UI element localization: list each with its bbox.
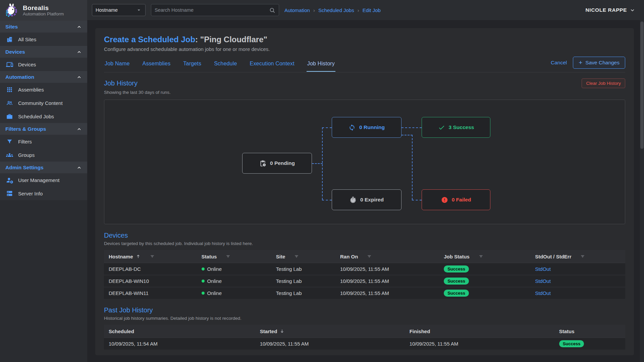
sidebar-item-all-sites[interactable]: All Sites xyxy=(0,33,87,46)
search-field-value: Hostname xyxy=(96,7,118,13)
column-header-job-status[interactable]: Job Status xyxy=(439,254,530,259)
pending-actions-icon xyxy=(259,160,266,167)
sidebar-section-filters-groups[interactable]: Filters & Groups xyxy=(0,123,87,135)
filter-list-icon[interactable] xyxy=(367,254,372,259)
section-label: Admin Settings xyxy=(5,165,44,171)
sidebar-item-filters[interactable]: Filters xyxy=(0,135,87,148)
search-input[interactable] xyxy=(155,7,269,13)
column-label: Site xyxy=(276,254,285,259)
clear-job-history-button[interactable]: Clear Job History xyxy=(582,78,625,88)
column-label: StdOut / StdErr xyxy=(535,254,571,259)
cancel-button[interactable]: Cancel xyxy=(551,60,567,66)
sidebar-item-label: Server Info xyxy=(18,191,43,196)
connector-line xyxy=(322,200,332,200)
column-header-ran-on[interactable]: Ran On xyxy=(335,254,439,259)
connector-line xyxy=(401,127,422,128)
sidebar-section-admin-settings[interactable]: Admin Settings xyxy=(0,162,87,173)
sidebar-item-scheduled-jobs[interactable]: Scheduled Jobs xyxy=(0,110,87,123)
tab-job-history[interactable]: Job History xyxy=(307,57,335,72)
connector-line xyxy=(401,135,413,135)
check-icon xyxy=(438,124,445,131)
tabs-row: Job Name Assemblies Targets Schedule Exe… xyxy=(104,57,625,72)
sort-desc-icon[interactable] xyxy=(279,328,285,334)
filter-list-icon[interactable] xyxy=(478,254,484,259)
filter-list-icon[interactable] xyxy=(150,254,155,259)
user-manage-icon xyxy=(6,177,13,184)
column-header-status[interactable]: Status xyxy=(554,328,625,334)
save-changes-button[interactable]: + Save Changes xyxy=(573,57,625,69)
section-label: Filters & Groups xyxy=(5,126,46,132)
brand-home[interactable]: Borealis Automation Platform xyxy=(0,0,87,21)
breadcrumb-edit-job[interactable]: Edit Job xyxy=(363,7,381,13)
sidebar-item-label: Assemblies xyxy=(18,87,44,93)
page-subtitle: Configure advanced schedulable automatio… xyxy=(104,46,625,52)
stdout-link[interactable]: StdOut xyxy=(535,278,551,284)
brand-subtitle: Automation Platform xyxy=(23,11,64,16)
online-dot xyxy=(202,280,205,283)
column-header-status[interactable]: Status xyxy=(197,254,271,259)
column-header-started[interactable]: Started xyxy=(255,328,405,334)
stdout-link[interactable]: StdOut xyxy=(535,290,551,296)
column-header-finished[interactable]: Finished xyxy=(405,328,554,334)
sidebar-item-label: Groups xyxy=(18,152,35,158)
column-header-hostname[interactable]: Hostname xyxy=(104,254,197,259)
devices-table: Hostname Status Site xyxy=(104,250,625,299)
ran-on-cell: 10/09/2025, 11:55 AM xyxy=(335,266,439,272)
status-badge: Success xyxy=(559,340,584,347)
past-job-history-subheading: Historical job history summaries. Detail… xyxy=(104,316,625,321)
sidebar-section-devices[interactable]: Devices xyxy=(0,46,87,58)
tab-targets[interactable]: Targets xyxy=(182,57,202,71)
success-count-label: 3 Success xyxy=(449,124,474,130)
ran-on-cell: 10/09/2025, 11:55 AM xyxy=(335,290,439,296)
breadcrumb-automation[interactable]: Automation xyxy=(284,7,310,13)
job-status-cell: Success xyxy=(439,278,530,285)
table-row: DEEPLAB-DC Online Testing Lab 10/09/2025… xyxy=(104,263,625,275)
stdout-link[interactable]: StdOut xyxy=(535,266,551,272)
sidebar-item-user-management[interactable]: User Management xyxy=(0,173,87,187)
chevron-up-icon xyxy=(76,74,82,80)
sidebar-item-server-info[interactable]: Server Info xyxy=(0,187,87,200)
past-job-history-table: Scheduled Started Finished Status xyxy=(104,325,625,350)
status-text: Online xyxy=(207,278,222,284)
user-menu[interactable]: NICOLE RAPPE xyxy=(586,7,635,13)
filter-list-icon[interactable] xyxy=(225,254,231,259)
tab-execution-context[interactable]: Execution Context xyxy=(249,57,295,71)
caret-down-icon xyxy=(136,7,142,13)
sidebar-item-devices[interactable]: Devices xyxy=(0,58,87,71)
sort-asc-icon[interactable] xyxy=(136,254,141,259)
sidebar-section-automation[interactable]: Automation xyxy=(0,71,87,83)
filter-list-icon[interactable] xyxy=(580,254,585,259)
scrollbar-thumb[interactable] xyxy=(640,21,644,149)
pending-status-box: 0 Pending xyxy=(242,153,312,174)
job-status-flowchart: 0 Pending 0 Running 3 Success 0 Expired xyxy=(104,100,625,224)
column-label: Scheduled xyxy=(109,328,134,334)
past-job-history-heading: Past Job History xyxy=(104,306,625,314)
sidebar: Borealis Automation Platform Sites All S… xyxy=(0,0,87,362)
sidebar-item-label: Filters xyxy=(18,139,32,144)
chevron-up-icon xyxy=(76,165,82,170)
tab-actions: Cancel + Save Changes xyxy=(551,57,625,72)
column-header-scheduled[interactable]: Scheduled xyxy=(104,328,255,334)
sidebar-section-sites[interactable]: Sites xyxy=(0,21,87,33)
breadcrumb-separator: › xyxy=(313,7,315,13)
search-field-select[interactable]: Hostname xyxy=(92,4,146,16)
breadcrumb-scheduled-jobs[interactable]: Scheduled Jobs xyxy=(318,7,354,13)
filter-list-icon[interactable] xyxy=(294,254,299,259)
hostname-cell: DEEPLAB-WIN10 xyxy=(104,278,197,284)
sync-icon xyxy=(348,124,356,131)
sidebar-item-groups[interactable]: Groups xyxy=(0,148,87,162)
sidebar-item-community-content[interactable]: Community Content xyxy=(0,96,87,110)
app-root: Borealis Automation Platform Sites All S… xyxy=(0,0,644,362)
column-header-site[interactable]: Site xyxy=(271,254,335,259)
job-status-cell: Success xyxy=(439,290,530,297)
tab-assemblies[interactable]: Assemblies xyxy=(142,57,171,71)
stdout-cell: StdOut xyxy=(530,278,625,284)
tab-schedule[interactable]: Schedule xyxy=(213,57,237,71)
column-header-stdout[interactable]: StdOut / StdErr xyxy=(530,254,625,259)
main-column: Hostname Automation › Scheduled Jobs › E… xyxy=(87,0,644,362)
tab-job-name[interactable]: Job Name xyxy=(104,57,130,71)
section-label: Devices xyxy=(5,49,25,55)
table-row: DEEPLAB-WIN10 Online Testing Lab 10/09/2… xyxy=(104,275,625,287)
column-label: Started xyxy=(260,328,277,334)
sidebar-item-assemblies[interactable]: Assemblies xyxy=(0,83,87,96)
